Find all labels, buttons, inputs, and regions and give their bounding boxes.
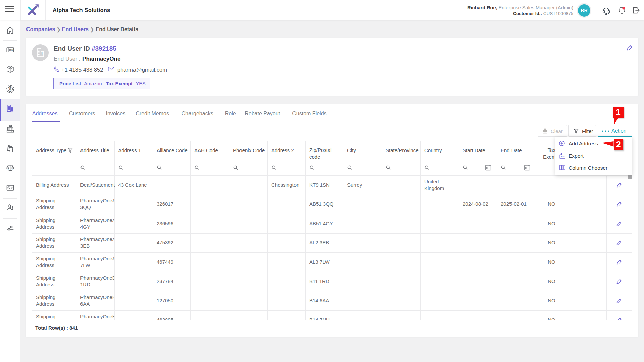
svg-text:CRM: CRM xyxy=(9,49,13,51)
svg-text:$: $ xyxy=(9,87,11,91)
svg-text:C: C xyxy=(12,168,14,171)
svg-text:D: D xyxy=(7,168,8,171)
svg-text:XLS: XLS xyxy=(561,156,565,158)
